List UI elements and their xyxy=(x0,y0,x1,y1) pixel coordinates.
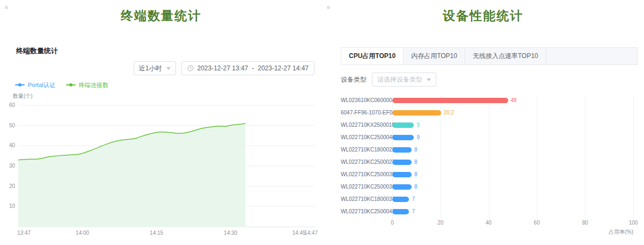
bar-row: WL023610KC0600004348 xyxy=(341,94,636,106)
bar-row: 6047-FF96-1070-EF0A20.2 xyxy=(341,106,636,119)
bar-row: WL022710KC180003727 xyxy=(341,193,636,205)
bar xyxy=(392,172,412,177)
device-type-placeholder: 请选择设备类型 xyxy=(377,75,422,84)
x-tick-label: 100 xyxy=(629,220,638,226)
bar xyxy=(392,209,409,214)
chevron-down-icon xyxy=(427,78,431,81)
chevron-down-icon xyxy=(166,67,171,70)
bar xyxy=(392,197,409,202)
bar-value: 8 xyxy=(414,160,418,165)
bar-track: 9 xyxy=(392,122,633,128)
terminal-count-line-chart: 10203040506013:4714:0014:1514:3014:4514:… xyxy=(4,101,318,239)
clock-icon xyxy=(187,65,194,71)
x-tick-label: 14:00 xyxy=(76,230,89,236)
terminal-count-panel: 终端数量统计 终端数量统计 近1小时 2023-12-27 13:47 - 20… xyxy=(0,0,322,245)
x-tick-label: 14:15 xyxy=(150,230,163,236)
cpu-top10-bar-chart: WL023610KC06000043486047-FF96-1070-EF0A2… xyxy=(341,94,636,236)
y-tick-label: 50 xyxy=(9,122,16,128)
device-type-label: 设备类型 xyxy=(341,75,367,84)
bar xyxy=(392,135,414,140)
x-tick-label: 40 xyxy=(486,220,492,226)
bar-value: 9 xyxy=(416,122,420,128)
bar-row: WL022710KC180002808 xyxy=(341,143,636,156)
device-label: 6047-FF96-1070-EF0A xyxy=(341,110,392,116)
y-axis-name: 数量(个) xyxy=(13,92,318,100)
bar-value: 7 xyxy=(412,197,415,202)
x-tick-label: 20 xyxy=(437,220,443,226)
bar-row: WL022710KX250001029 xyxy=(341,119,636,131)
bar xyxy=(392,160,412,165)
performance-panel-heading: 设备性能统计 xyxy=(322,6,644,25)
bar-value: 8 xyxy=(414,147,418,153)
bar-value: 20.2 xyxy=(444,110,454,116)
legend-label: 终端连接数 xyxy=(79,81,108,89)
tab-wireless-rate-top10[interactable]: 无线接入点速率TOP10 xyxy=(465,48,546,64)
date-separator: - xyxy=(252,64,254,72)
card-title: 终端数量统计 xyxy=(16,46,318,56)
legend-marker-icon xyxy=(15,84,25,85)
chart-legend: Portal认证 终端连接数 xyxy=(15,81,318,89)
y-tick-label: 60 xyxy=(9,102,16,108)
bar-track: 9 xyxy=(392,135,633,140)
y-tick-label: 10 xyxy=(9,203,16,209)
bar xyxy=(392,147,412,153)
chart-controls: 近1小时 2023-12-27 13:47 - 2023-12-27 14:47 xyxy=(4,61,314,75)
date-end: 2023-12-27 14:47 xyxy=(258,64,309,72)
dashboard: 终端数量统计 终端数量统计 近1小时 2023-12-27 13:47 - 20… xyxy=(0,0,644,245)
device-label: WL022710KC25000470 xyxy=(341,208,392,214)
bar-value: 48 xyxy=(511,98,517,103)
bar-row: WL022710KC250004099 xyxy=(341,131,636,143)
bar-track: 8 xyxy=(392,184,633,190)
bar-track: 8 xyxy=(392,147,633,153)
terminal-count-card: 终端数量统计 近1小时 2023-12-27 13:47 - 2023-12-2… xyxy=(0,46,322,239)
legend-marker-icon xyxy=(66,84,76,85)
bar-value: 8 xyxy=(414,184,418,190)
bar xyxy=(392,122,414,128)
time-range-value: 近1小时 xyxy=(139,64,162,73)
corner-decoration xyxy=(327,6,330,9)
legend-item-portal[interactable]: Portal认证 xyxy=(15,81,55,89)
x-tick-label: 14:47 xyxy=(304,230,318,236)
corner-decoration xyxy=(5,6,8,9)
bar-track: 8 xyxy=(392,172,633,177)
bar xyxy=(392,98,508,103)
device-label: WL022710KC18000280 xyxy=(341,147,392,153)
device-performance-panel: 设备性能统计 CPU占用TOP10 内存占用TOP10 无线接入点速率TOP10… xyxy=(322,0,644,245)
y-tick-label: 20 xyxy=(9,183,16,189)
y-tick-label: 40 xyxy=(9,142,16,148)
bar-track: 20.2 xyxy=(392,110,633,116)
device-label: WL022710KC18000372 xyxy=(341,196,392,202)
legend-label: Portal认证 xyxy=(28,81,55,89)
tab-memory-top10[interactable]: 内存占用TOP10 xyxy=(404,48,465,64)
y-tick-label: 30 xyxy=(9,163,16,169)
performance-tabs: CPU占用TOP10 内存占用TOP10 无线接入点速率TOP10 xyxy=(341,47,638,65)
bar-value: 7 xyxy=(412,209,415,214)
time-range-select[interactable]: 近1小时 xyxy=(134,61,176,75)
bar-value: 9 xyxy=(416,135,420,140)
bar-row: WL022710KC250002728 xyxy=(341,156,636,168)
bar-row: WL022710KC250003078 xyxy=(341,168,636,181)
bar-track: 7 xyxy=(392,197,633,202)
bar xyxy=(392,184,412,190)
x-tick-label: 13:47 xyxy=(17,230,31,236)
device-label: WL022710KC25000369 xyxy=(341,184,392,190)
bar-track: 48 xyxy=(392,98,633,103)
bar-row: WL022710KC250003698 xyxy=(341,181,636,193)
x-tick-label: 60 xyxy=(534,220,540,226)
x-tick-label: 14:30 xyxy=(224,230,237,236)
x-tick-label: 0 xyxy=(391,220,394,226)
bar-chart-rows: WL023610KC06000043486047-FF96-1070-EF0A2… xyxy=(341,94,636,218)
bar-chart-x-axis: 020406080100 xyxy=(392,220,633,227)
device-type-filter: 设备类型 请选择设备类型 xyxy=(341,73,644,87)
device-label: WL022710KX25000102 xyxy=(341,122,392,128)
datetime-range-picker[interactable]: 2023-12-27 13:47 - 2023-12-27 14:47 xyxy=(181,61,315,75)
tab-cpu-top10[interactable]: CPU占用TOP10 xyxy=(341,48,404,64)
x-tick-label: 80 xyxy=(582,220,588,226)
bar xyxy=(392,110,441,116)
bar-track: 8 xyxy=(392,160,633,165)
legend-item-terminal-connections[interactable]: 终端连接数 xyxy=(66,81,108,89)
bar-value: 8 xyxy=(414,172,418,177)
terminal-panel-heading: 终端数量统计 xyxy=(0,6,322,25)
bar-track: 7 xyxy=(392,209,633,214)
device-type-select[interactable]: 请选择设备类型 xyxy=(372,73,436,87)
